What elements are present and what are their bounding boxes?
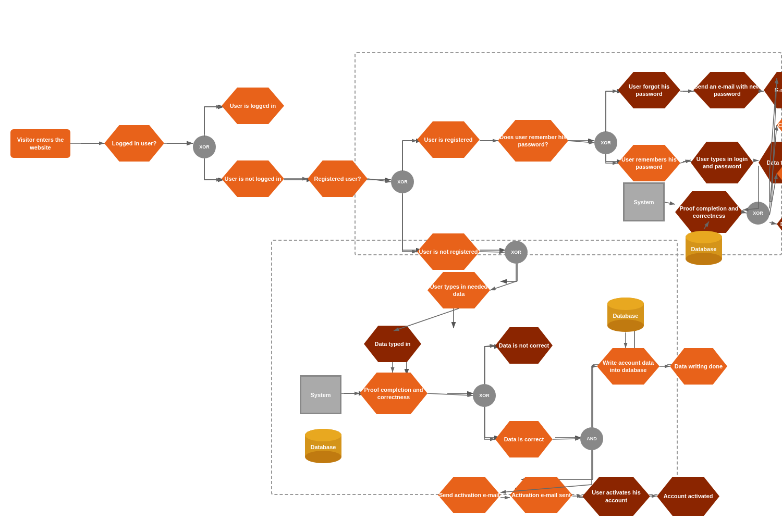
diagram-canvas: Visitor enters the website Logged in use… [0,0,782,532]
svg-point-48 [686,231,722,243]
user-logged-in-hex: User is logged in [222,88,284,124]
and-circle: AND [580,427,603,450]
database-bot-top: Database [605,296,646,332]
xor2-circle: XOR [391,170,414,193]
database-top: Database [683,229,725,266]
database-bot-bottom: Database [302,427,344,464]
svg-text:Database: Database [691,246,717,252]
xor1-circle: XOR [193,135,216,158]
xor-proof-bot-circle: XOR [473,384,496,407]
xor-reg-circle: XOR [505,241,528,264]
svg-point-58 [305,429,341,441]
visitor-box: Visitor enters the website [10,129,70,158]
svg-text:Database: Database [613,313,639,319]
xor3-circle: XOR [594,131,617,154]
system-top-box: System [623,182,665,221]
svg-point-57 [305,451,341,463]
xor-proof-top-circle: XOR [747,202,769,225]
svg-point-53 [607,298,644,310]
svg-point-52 [607,319,644,332]
logged-in-user-hex: Logged in user? [104,125,164,162]
svg-point-47 [686,253,722,265]
user-not-logged-in-hex: User is not logged in [222,160,284,197]
data-writing-done-hex: Data writing done [670,348,727,385]
svg-text:Database: Database [311,444,336,450]
system-bot-box: System [300,375,341,414]
